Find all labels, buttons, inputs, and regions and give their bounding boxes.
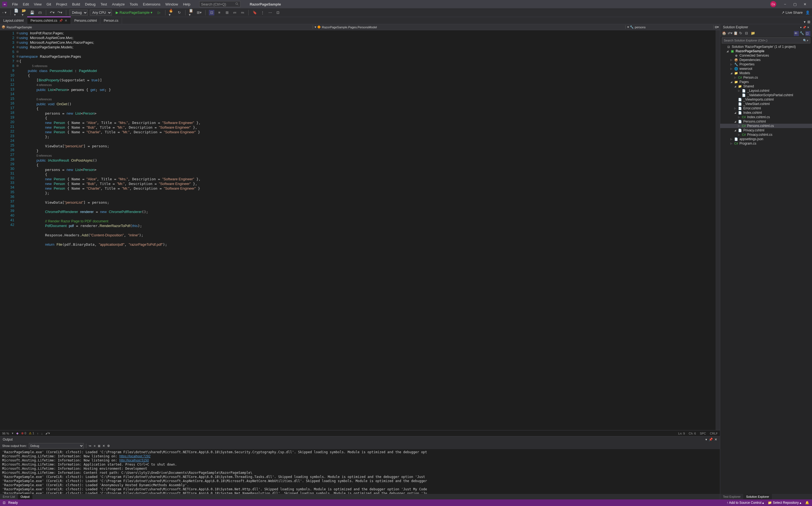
tool-icon-2[interactable]: ⊡ <box>209 10 214 15</box>
output-clear-icon[interactable]: ≔ <box>88 444 91 448</box>
menu-analyze[interactable]: Analyze <box>110 1 127 7</box>
output-body[interactable]: 'RazorPageSample.exe' (CoreCLR: clrhost)… <box>0 449 720 494</box>
tab-person-cs[interactable]: Person.cs <box>100 17 122 24</box>
output-wrap-icon[interactable]: ≡ <box>94 444 95 447</box>
error-count[interactable]: ⊗ 0 <box>21 431 26 435</box>
error-list-tab[interactable]: Error List <box>0 494 18 499</box>
nav-down-icon[interactable]: ↓ <box>41 432 43 435</box>
nav-up-icon[interactable]: ↑ <box>37 432 38 435</box>
code-content[interactable]: using IronPdf.Razor.Pages; using Microso… <box>19 30 716 430</box>
panel-pin-icon[interactable]: 📌 <box>709 437 713 441</box>
tree-persons-cs[interactable]: ▷C#Persons.cshtml.cs <box>720 124 812 128</box>
tab-persons-cshtml[interactable]: Persons.cshtml <box>71 17 100 24</box>
output-tab[interactable]: Output <box>18 494 32 499</box>
save-button[interactable]: 💾 <box>29 10 35 15</box>
nav-project[interactable]: 📦 RazorPageSample <box>0 25 313 29</box>
brush-icon[interactable]: 🖌▾ <box>46 431 50 435</box>
tab-close-all-icon[interactable]: ⊞ <box>807 20 810 24</box>
menu-test[interactable]: Test <box>98 1 109 7</box>
solution-search[interactable]: Search Solution Explorer (Ctrl+;) 🔍▾ <box>722 37 810 44</box>
fold-column[interactable]: ⊟⊟⊟⊟⊟⊟⊟⊟ <box>16 30 19 430</box>
tree-privacy-cs[interactable]: ▷C#Privacy.cshtml.cs <box>720 133 812 137</box>
start-without-debug-button[interactable]: ▷ <box>156 10 162 15</box>
tree-viewstart[interactable]: 📄_ViewStart.cshtml <box>720 102 812 106</box>
sol-collapse-icon[interactable]: ⊟ <box>745 31 750 36</box>
maximize-button[interactable]: ▢ <box>790 0 800 8</box>
sol-home-icon[interactable]: 🏠 <box>722 31 727 36</box>
menu-help[interactable]: Help <box>181 1 193 7</box>
tool-icon-7[interactable]: ⋮ <box>260 10 265 15</box>
open-button[interactable]: 📂▾ <box>22 10 27 15</box>
sol-refresh-icon[interactable]: ↻ <box>739 31 744 36</box>
solution-close-icon[interactable]: ✕ <box>807 26 809 29</box>
close-button[interactable]: ✕ <box>800 0 810 8</box>
zoom-level[interactable]: 96 % <box>2 432 9 435</box>
tree-project[interactable]: ◢▣RazorPageSample <box>720 49 812 53</box>
tree-viewimports[interactable]: 📄_ViewImports.cshtml <box>720 97 812 102</box>
health-icon[interactable]: ◆ <box>16 431 18 435</box>
minimize-button[interactable]: − <box>780 0 790 8</box>
redo-button[interactable]: ↷▾ <box>57 10 63 15</box>
tree-appsettings[interactable]: ▷📄appsettings.json <box>720 137 812 141</box>
menu-build[interactable]: Build <box>70 1 82 7</box>
output-toggle-icon[interactable]: ⊞ <box>98 444 100 448</box>
menu-window[interactable]: Window <box>163 1 180 7</box>
new-button[interactable]: 📄▾ <box>14 10 19 15</box>
pin-icon[interactable]: 📌 <box>59 19 63 22</box>
bookmark-icon[interactable]: 🔖 <box>252 10 258 15</box>
output-clear-all-icon[interactable]: ✕ <box>102 444 105 448</box>
nav-class[interactable]: ▾ 🔶 RazorPageSample.Pages.PersonsModel <box>313 25 626 29</box>
tool-icon-4[interactable]: ⊞ <box>224 10 230 15</box>
menu-edit[interactable]: Edit <box>21 1 31 7</box>
menu-view[interactable]: View <box>31 1 44 7</box>
tree-layout-cshtml[interactable]: ▷📄_Layout.cshtml <box>720 88 812 93</box>
menu-extensions[interactable]: Extensions <box>141 1 163 7</box>
notify-icon[interactable]: 🔔 <box>805 501 809 505</box>
tree-models[interactable]: ◢📁Models <box>720 71 812 75</box>
menu-file[interactable]: File <box>10 1 20 7</box>
line-indicator[interactable]: Ln: 9 <box>678 432 685 435</box>
tool-icon-1[interactable]: ⊞▾ <box>196 10 202 15</box>
tree-error-cshtml[interactable]: ▷📄Error.cshtml <box>720 106 812 110</box>
platform-select[interactable]: Any CPU <box>90 10 112 16</box>
tree-shared[interactable]: ◢📁Shared <box>720 84 812 88</box>
tab-persons-cshtml-cs[interactable]: Persons.cshtml.cs📌✕ <box>27 16 71 24</box>
start-button[interactable]: ▶ RazorPageSample ▾ <box>114 10 154 15</box>
nav-split-icon[interactable]: ⊟▾ <box>714 25 720 29</box>
tree-person-cs[interactable]: ▷C#Person.cs <box>720 75 812 80</box>
menu-project[interactable]: Project <box>54 1 69 7</box>
tree-solution-root[interactable]: ⊡Solution 'RazorPageSample' (1 of 1 proj… <box>720 45 812 49</box>
config-select[interactable]: Debug <box>70 10 88 16</box>
tool-icon-3[interactable]: ≡ <box>216 10 222 15</box>
tree-index-cs[interactable]: ▷C#Index.cshtml.cs <box>720 115 812 119</box>
tree-dependencies[interactable]: ▷📦Dependencies <box>720 58 812 62</box>
back-button[interactable]: ◦ ▾ <box>2 10 7 15</box>
sol-settings-icon[interactable]: ⊡ <box>805 31 810 36</box>
code-editor[interactable]: 1234567891011121314151617181920212223242… <box>0 30 720 430</box>
nav-member[interactable]: ▾ 🔧 persons <box>626 25 714 29</box>
char-indicator[interactable]: Ch: 6 <box>689 432 696 435</box>
solution-tree[interactable]: ⊡Solution 'RazorPageSample' (1 of 1 proj… <box>720 44 812 494</box>
panel-close-icon[interactable]: ✕ <box>714 437 717 441</box>
hot-reload-icon[interactable]: 🔥▾ <box>169 10 174 15</box>
tree-connected-services[interactable]: ⊕Connected Services <box>720 53 812 58</box>
tree-index-cshtml[interactable]: ◢📄Index.cshtml <box>720 110 812 115</box>
test-explorer-tab[interactable]: Test Explorer <box>720 494 743 499</box>
select-repository[interactable]: 📁 Select Repository ▴ <box>768 501 801 505</box>
tree-validation-cshtml[interactable]: 📄_ValidationScriptsPartial.cshtml <box>720 93 812 97</box>
solution-explorer-tab[interactable]: Solution Explorer <box>743 494 772 499</box>
sol-show-all-icon[interactable]: 📁 <box>751 31 756 36</box>
tree-program-cs[interactable]: ▷C#Program.cs <box>720 141 812 146</box>
tool-icon-5[interactable]: ≔ <box>232 10 238 15</box>
tool-icon-9[interactable]: ⊡ <box>275 10 281 15</box>
tool-icon-6[interactable]: ≕ <box>240 10 245 15</box>
output-source-select[interactable]: Debug <box>29 443 84 448</box>
tree-properties[interactable]: ▷🔧Properties <box>720 62 812 67</box>
indent-indicator[interactable]: SPC <box>700 432 706 435</box>
live-share-button[interactable]: ↗ Live Share <box>782 10 803 15</box>
feedback-icon[interactable]: 👤 <box>805 10 810 15</box>
breakpoint-margin[interactable] <box>0 30 5 430</box>
menu-git[interactable]: Git <box>44 1 53 7</box>
panel-dropdown-icon[interactable]: ▾ <box>705 437 707 441</box>
close-icon[interactable]: ✕ <box>65 19 67 22</box>
